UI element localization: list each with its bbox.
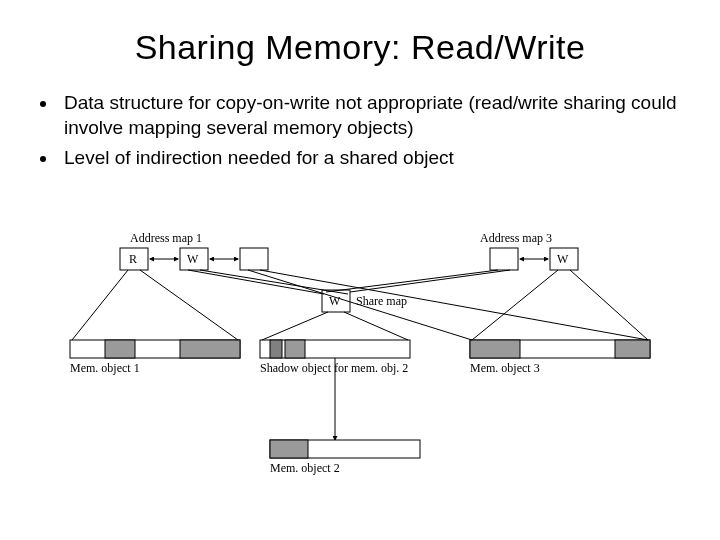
- svg-line-29: [344, 312, 408, 340]
- label-addrmap1: Address map 1: [130, 231, 202, 245]
- svg-line-28: [262, 312, 328, 340]
- svg-line-20: [188, 270, 324, 294]
- svg-rect-3: [490, 248, 518, 270]
- svg-rect-11: [180, 340, 240, 358]
- svg-line-23: [260, 270, 648, 340]
- bullet-1: Data structure for copy-on-write not app…: [58, 91, 680, 140]
- svg-line-19: [140, 270, 238, 340]
- svg-rect-14: [285, 340, 305, 358]
- svg-line-18: [72, 270, 128, 340]
- svg-rect-2: [240, 248, 268, 270]
- svg-rect-17: [615, 340, 650, 358]
- label-memobj1: Mem. object 1: [70, 361, 140, 375]
- svg-line-24: [326, 270, 498, 292]
- svg-line-27: [570, 270, 648, 340]
- box-w1: W: [187, 252, 199, 266]
- svg-line-26: [472, 270, 558, 340]
- svg-line-25: [350, 270, 510, 292]
- box-r: R: [129, 252, 137, 266]
- label-shadow: Shadow object for mem. obj. 2: [260, 361, 408, 375]
- label-memobj2: Mem. object 2: [270, 461, 340, 475]
- svg-line-22: [248, 270, 472, 340]
- svg-rect-13: [270, 340, 282, 358]
- label-addrmap3: Address map 3: [480, 231, 552, 245]
- label-memobj3: Mem. object 3: [470, 361, 540, 375]
- slide-title: Sharing Memory: Read/Write: [40, 28, 680, 67]
- bullet-2: Level of indirection needed for a shared…: [58, 146, 680, 171]
- svg-rect-10: [105, 340, 135, 358]
- bullet-list: Data structure for copy-on-write not app…: [58, 91, 680, 171]
- diagram: Address map 1 Address map 3 R W W: [60, 230, 660, 510]
- box-w3: W: [557, 252, 569, 266]
- svg-rect-16: [470, 340, 520, 358]
- svg-rect-32: [270, 440, 308, 458]
